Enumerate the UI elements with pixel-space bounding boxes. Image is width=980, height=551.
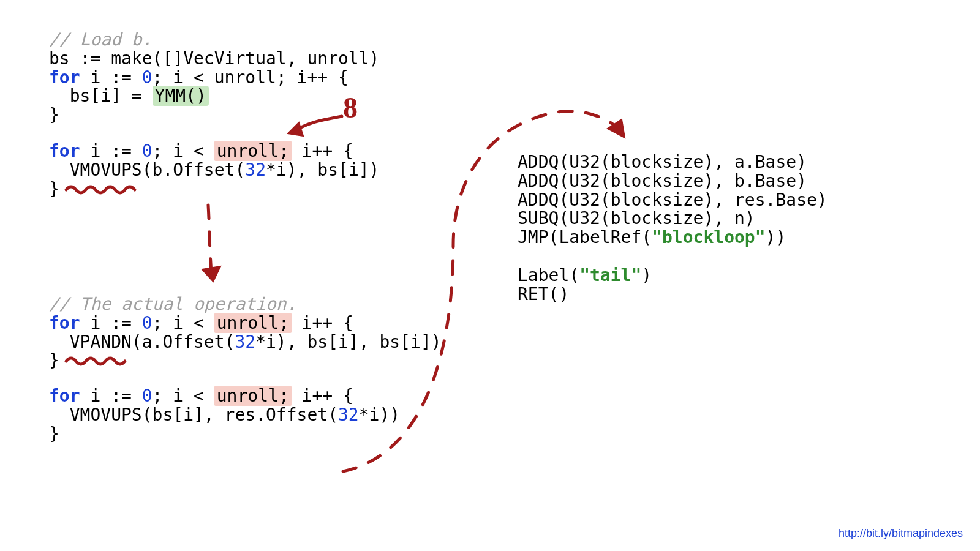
code-block-vmovups-load: for i := 0; i < unroll; i++ { VMOVUPS(b.… (49, 142, 379, 198)
footer-link[interactable]: http://bit.ly/bitmapindexes (839, 528, 963, 540)
arrow-icon (208, 205, 211, 272)
code-block-load-b: // Load b. bs := make([]VecVirtual, unro… (49, 31, 379, 125)
code-block-loop-advance: ADDQ(U32(blocksize), a.Base) ADDQ(U32(bl… (518, 153, 827, 247)
arrowhead-icon (608, 119, 625, 138)
code-block-tail: Label("tail") RET() (518, 266, 652, 304)
slide: // Load b. bs := make([]VecVirtual, unro… (0, 0, 980, 551)
code-block-vpandn: // The actual operation. for i := 0; i <… (49, 295, 442, 370)
annotation-eight: 8 (343, 92, 358, 124)
arrowhead-icon (202, 266, 221, 282)
code-block-vmovups-store: for i := 0; i < unroll; i++ { VMOVUPS(bs… (49, 387, 400, 443)
